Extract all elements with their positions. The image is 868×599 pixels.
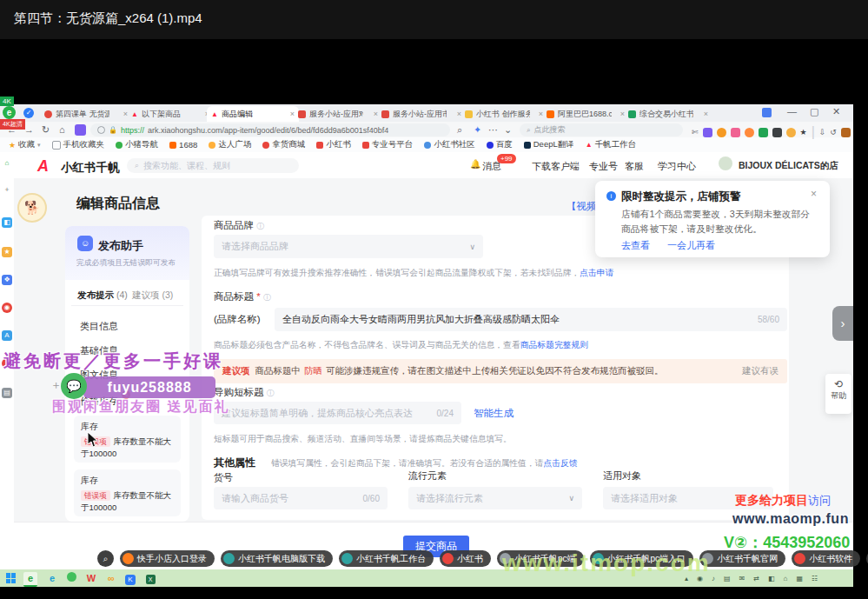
tray-icon[interactable]: ◧	[768, 575, 775, 582]
taskbar-infinity-icon[interactable]: ∞	[104, 572, 118, 585]
taskbar-k-icon[interactable]: K	[123, 572, 137, 585]
more-icon[interactable]: ⋯	[488, 124, 498, 136]
site-search-box[interactable]: ⌕ 搜索功能、课程、规则	[127, 158, 299, 173]
account-avatar[interactable]	[719, 156, 732, 170]
brand-select[interactable]: 请选择商品品牌∨	[214, 235, 483, 258]
taskbar-ie-icon[interactable]: e	[23, 572, 37, 587]
quick-link-pill[interactable]: 小红书千帆工作台	[339, 550, 434, 567]
short-title-input[interactable]: 建议短标题简单明确，提炼商品核心亮点表达0/24	[214, 402, 461, 424]
rail-a-icon[interactable]: A	[2, 330, 12, 341]
feedback-link[interactable]: 点击反馈	[544, 458, 578, 468]
reader-icon[interactable]: ✦	[474, 124, 481, 136]
suggestion-feedback-link[interactable]: 建议有误	[742, 365, 779, 377]
assistant-nav-category[interactable]: 类目信息	[80, 320, 118, 333]
account-name[interactable]: BIJOUX DÉLICATS的店	[739, 160, 838, 172]
bookmark-item[interactable]: 1688	[169, 140, 197, 150]
browser-logo-icon[interactable]: e	[3, 106, 16, 119]
tab-close-icon[interactable]: ×	[704, 110, 708, 118]
zoom-search-icon[interactable]: ⌕	[457, 124, 462, 136]
pink-extension-icon[interactable]	[731, 128, 740, 137]
bookmark-item[interactable]: 小红书	[316, 139, 351, 150]
extension-pin-icon[interactable]	[762, 108, 772, 117]
bookmark-item[interactable]: ▲千帆工作台	[586, 139, 636, 150]
browser-search-box[interactable]: ⌕ 点此搜索	[520, 123, 683, 136]
tray-icon[interactable]: ▦	[796, 575, 803, 582]
browser-tab-active[interactable]: ▲ 商品编辑 ×	[207, 106, 299, 122]
url-bar[interactable]: 🔒 https:// ark.xiaohongshu.com/app-item/…	[90, 123, 450, 136]
pet-avatar[interactable]: 🐕	[17, 193, 47, 223]
green-extension-icon[interactable]	[759, 128, 768, 137]
pin-star-icon[interactable]: ★	[800, 128, 807, 136]
quick-link-pill[interactable]: 小红书千帆电脑版下载	[221, 550, 333, 567]
home-icon[interactable]: ⌂	[59, 124, 65, 135]
nav-pro-account[interactable]: 专业号	[589, 160, 618, 173]
trend-select[interactable]: 请选择流行元素∨	[408, 487, 582, 509]
tray-icon[interactable]: ⇄	[753, 575, 759, 582]
cut-extension-icon[interactable]: ✄	[692, 128, 699, 136]
browser-tab[interactable]: 服务小站-应用市场 ×	[377, 107, 466, 121]
quick-link-pill[interactable]: 快手小店入口登录	[120, 550, 215, 567]
rail-colorful-icon[interactable]: ◉	[2, 303, 12, 313]
tray-icon[interactable]: ☷	[812, 575, 818, 582]
browser-account-icon[interactable]: ✓	[23, 108, 34, 118]
tab-suggestions[interactable]: 建议项 (3)	[132, 290, 173, 302]
help-widget[interactable]: ⟲ 帮助	[825, 374, 851, 414]
browser-tab[interactable]: 阿里巴巴1688.com ×	[542, 107, 629, 121]
popup-view-link[interactable]: 去查看	[621, 239, 650, 252]
chevron-down-icon[interactable]: ⌄	[829, 161, 835, 169]
popup-close-icon[interactable]: ×	[811, 188, 817, 200]
nav-download-client[interactable]: 下载客户端	[532, 160, 580, 173]
stock-error-card[interactable]: 库存 错误项库存数量不能大于100000	[74, 469, 181, 516]
popup-later-link[interactable]: 一会儿再看	[667, 239, 715, 252]
tray-icon[interactable]: ▤	[724, 575, 731, 582]
browser-tab[interactable]: 综合交易小红书代发赚钱 ×	[624, 107, 712, 121]
bookmark-item[interactable]: 小红书社区	[424, 139, 475, 150]
download-icon[interactable]: ⇩	[819, 128, 826, 136]
browser-tab[interactable]: 小红书 创作服务平台 ×	[461, 107, 547, 121]
orange-extension-icon[interactable]	[717, 128, 726, 137]
profile-avatar-icon[interactable]	[75, 124, 86, 136]
title-input[interactable]: 全自动反向雨伞大号女晴雨两用男抗风加大折叠高级感防晒太阳伞58/60	[275, 308, 787, 331]
tiger-extension-icon[interactable]	[786, 128, 796, 137]
dropdown-icon[interactable]: ⌄	[504, 124, 512, 136]
bell-icon[interactable]: 🔔	[470, 159, 480, 169]
sku-input[interactable]: 请输入商品货号0/60	[214, 487, 388, 509]
rail-add-icon[interactable]: ＋	[2, 184, 12, 195]
bookmark-item[interactable]: 拿货商城	[262, 139, 305, 150]
tab-publish-tips[interactable]: 发布提示 (4)	[77, 290, 128, 302]
browser-tab[interactable]: 第四课单 无货源玩法 ×	[40, 107, 132, 121]
tray-icon[interactable]: ♪	[712, 575, 715, 582]
reload-icon[interactable]: ↻	[42, 124, 50, 136]
bookmark-item[interactable]: DeepL翻译	[524, 139, 574, 150]
bookmark-item[interactable]: 手机收藏夹	[52, 139, 105, 150]
nav-learning-center[interactable]: 学习中心	[658, 160, 696, 173]
rail-star-icon[interactable]: ★	[2, 247, 12, 257]
rail-home-icon[interactable]: ⌂	[2, 158, 12, 169]
nav-customer-service[interactable]: 客服	[625, 160, 644, 173]
qianfan-logo[interactable]: A	[37, 157, 49, 176]
taskbar-excel-icon[interactable]: X	[143, 572, 157, 585]
browser-tab[interactable]: 服务小站-应用对象 ×	[294, 107, 382, 121]
bookmark-item[interactable]: 达人广场	[209, 139, 251, 150]
window-close-icon[interactable]: ✕	[832, 106, 840, 117]
forward-icon[interactable]: →	[24, 124, 34, 135]
title-rules-link[interactable]: 商品标题完整规则	[520, 340, 588, 349]
pill-search-icon[interactable]: ⌕	[97, 550, 114, 567]
bookmark-item[interactable]: 专业号平台	[362, 139, 414, 150]
rail-chat-icon[interactable]: ◧	[2, 217, 12, 228]
bookmark-item[interactable]: 百度	[487, 139, 513, 150]
taskbar-wps-icon[interactable]: W	[84, 572, 98, 585]
taskbar-wechat-icon[interactable]	[64, 572, 78, 585]
dark-extension-icon[interactable]	[772, 128, 782, 137]
bookmark-item[interactable]: ★收藏▾	[9, 139, 41, 150]
purple-extension-icon[interactable]	[703, 128, 712, 137]
briefcase-icon[interactable]	[841, 128, 851, 137]
side-drawer-toggle[interactable]: ›	[832, 306, 853, 341]
brand-name[interactable]: 小红书千帆	[61, 160, 120, 176]
quick-link-pill[interactable]: 小红书	[440, 550, 491, 567]
window-maximize-icon[interactable]: ▢	[810, 106, 818, 117]
assistant-extension-icon[interactable]	[745, 128, 754, 137]
start-button[interactable]	[6, 573, 17, 583]
window-minimize-icon[interactable]: —	[787, 106, 797, 116]
history-icon[interactable]: ↺	[830, 128, 837, 136]
